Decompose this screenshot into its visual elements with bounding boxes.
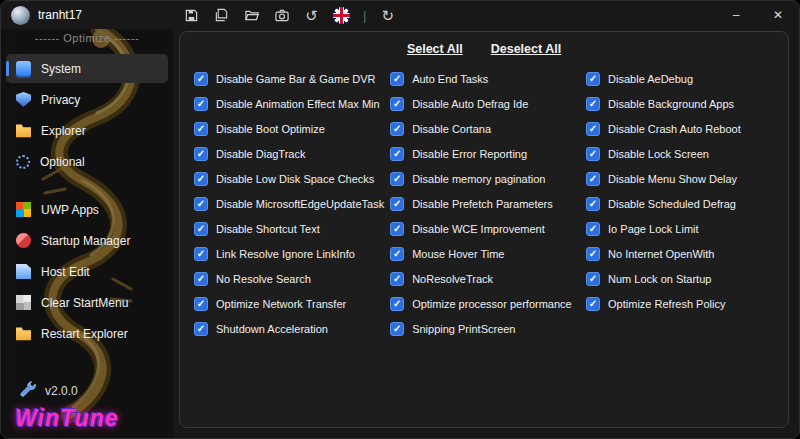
checkbox-checked[interactable]: ✓	[194, 197, 208, 211]
checkbox-row-disable-boot-optimize[interactable]: ✓ Disable Boot Optimize	[194, 121, 384, 136]
checkbox-checked[interactable]: ✓	[194, 322, 208, 336]
sidebar-item-host-edit[interactable]: Host Edit	[6, 257, 168, 286]
checkbox-checked[interactable]: ✓	[390, 97, 404, 111]
tweak-label: Io Page Lock Limit	[608, 223, 699, 235]
save-copy-icon[interactable]	[213, 7, 230, 24]
sidebar-item-restart-explorer[interactable]: Restart Explorer	[6, 319, 168, 348]
checkbox-row-disable-cortana[interactable]: ✓ Disable Cortana	[390, 121, 580, 136]
checkbox-row-no-internet-openwith[interactable]: ✓ No Internet OpenWith	[586, 246, 776, 261]
checkbox-checked[interactable]: ✓	[586, 72, 600, 86]
checkbox-row-mouse-hover-time[interactable]: ✓ Mouse Hover Time	[390, 246, 580, 261]
checkbox-row-disable-diagtrack[interactable]: ✓ Disable DiagTrack	[194, 146, 384, 161]
sidebar-item-clear-startmenu[interactable]: Clear StartMenu	[6, 288, 168, 317]
checkmark-icon: ✓	[589, 199, 597, 209]
checkbox-row-link-resolve-ignore-linkinfo[interactable]: ✓ Link Resolve Ignore LinkInfo	[194, 246, 384, 261]
checkbox-checked[interactable]: ✓	[390, 147, 404, 161]
checkbox-row-disable-auto-defrag-ide[interactable]: ✓ Disable Auto Defrag Ide	[390, 96, 580, 111]
checkbox-checked[interactable]: ✓	[194, 147, 208, 161]
checkbox-row-optimize-processor-performance[interactable]: ✓ Optimize processor performance	[390, 296, 580, 311]
checkbox-row-disable-animation-effect-max-min[interactable]: ✓ Disable Animation Effect Max Min	[194, 96, 384, 111]
checkbox-row-no-resolve-search[interactable]: ✓ No Resolve Search	[194, 271, 384, 286]
checkbox-checked[interactable]: ✓	[586, 97, 600, 111]
checkbox-row-num-lock-on-startup[interactable]: ✓ Num Lock on Startup	[586, 271, 776, 286]
checkbox-row-optimize-refresh-policy[interactable]: ✓ Optimize Refresh Policy	[586, 296, 776, 311]
checkbox-row-disable-memory-pagination[interactable]: ✓ Disable memory pagination	[390, 171, 580, 186]
checkbox-checked[interactable]: ✓	[390, 322, 404, 336]
tweaks-column-1: ✓ Disable Game Bar & Game DVR ✓ Disable …	[194, 71, 384, 336]
checkmark-icon: ✓	[393, 274, 401, 284]
minimize-button[interactable]: –	[715, 1, 757, 29]
tweak-label: Disable Low Disk Space Checks	[216, 173, 374, 185]
save-icon[interactable]	[183, 7, 200, 24]
checkbox-checked[interactable]: ✓	[586, 297, 600, 311]
checkbox-row-disable-scheduled-defrag[interactable]: ✓ Disable Scheduled Defrag	[586, 196, 776, 211]
tweak-label: Disable Lock Screen	[608, 148, 709, 160]
tweak-label: Disable memory pagination	[412, 173, 545, 185]
explorer-icon	[16, 123, 31, 138]
checkbox-row-disable-error-reporting[interactable]: ✓ Disable Error Reporting	[390, 146, 580, 161]
checkbox-checked[interactable]: ✓	[390, 72, 404, 86]
checkbox-row-disable-background-apps[interactable]: ✓ Disable Background Apps	[586, 96, 776, 111]
checkbox-checked[interactable]: ✓	[390, 122, 404, 136]
checkbox-row-disable-lock-screen[interactable]: ✓ Disable Lock Screen	[586, 146, 776, 161]
checkbox-row-disable-game-bar-game-dvr[interactable]: ✓ Disable Game Bar & Game DVR	[194, 71, 384, 86]
checkbox-checked[interactable]: ✓	[586, 172, 600, 186]
checkbox-row-disable-shortcut-text[interactable]: ✓ Disable Shortcut Text	[194, 221, 384, 236]
tweak-label: Shutdown Acceleration	[216, 323, 328, 335]
sidebar-item-privacy[interactable]: Privacy	[6, 85, 168, 114]
undo-icon[interactable]: ↺	[303, 7, 320, 24]
checkbox-checked[interactable]: ✓	[390, 247, 404, 261]
checkbox-row-disable-aedebug[interactable]: ✓ Disable AeDebug	[586, 71, 776, 86]
language-flag-icon[interactable]	[333, 7, 350, 24]
checkbox-checked[interactable]: ✓	[586, 222, 600, 236]
refresh-icon[interactable]: ↻	[379, 7, 396, 24]
checkbox-checked[interactable]: ✓	[194, 247, 208, 261]
checkbox-row-disable-microsoftedgeupdatetask[interactable]: ✓ Disable MicrosoftEdgeUpdateTask	[194, 196, 384, 211]
close-button[interactable]: ✕	[757, 1, 799, 29]
window-content: ------ Optimize ------ System Privacy	[1, 29, 799, 438]
checkbox-checked[interactable]: ✓	[390, 197, 404, 211]
select-all-link[interactable]: Select All	[407, 42, 463, 56]
checkbox-row-disable-prefetch-parameters[interactable]: ✓ Disable Prefetch Parameters	[390, 196, 580, 211]
checkbox-row-auto-end-tasks[interactable]: ✓ Auto End Tasks	[390, 71, 580, 86]
startup-manager-icon	[16, 233, 31, 248]
checkbox-checked[interactable]: ✓	[194, 97, 208, 111]
checkbox-checked[interactable]: ✓	[390, 272, 404, 286]
checkbox-row-io-page-lock-limit[interactable]: ✓ Io Page Lock Limit	[586, 221, 776, 236]
sidebar-item-system[interactable]: System	[6, 54, 168, 83]
tweak-label: Disable Menu Show Delay	[608, 173, 737, 185]
checkbox-checked[interactable]: ✓	[586, 247, 600, 261]
screenshot-icon[interactable]	[273, 7, 290, 24]
sidebar-item-uwp-apps[interactable]: UWP Apps	[6, 195, 168, 224]
checkbox-checked[interactable]: ✓	[390, 297, 404, 311]
deselect-all-link[interactable]: Deselect All	[491, 42, 561, 56]
checkbox-row-snipping-printscreen[interactable]: ✓ Snipping PrintScreen	[390, 321, 580, 336]
checkbox-checked[interactable]: ✓	[194, 222, 208, 236]
checkbox-row-disable-low-disk-space-checks[interactable]: ✓ Disable Low Disk Space Checks	[194, 171, 384, 186]
tweak-label: Disable Shortcut Text	[216, 223, 320, 235]
checkbox-row-disable-crash-auto-reboot[interactable]: ✓ Disable Crash Auto Reboot	[586, 121, 776, 136]
open-folder-icon[interactable]	[243, 7, 260, 24]
checkbox-checked[interactable]: ✓	[586, 197, 600, 211]
checkbox-checked[interactable]: ✓	[194, 172, 208, 186]
checkbox-checked[interactable]: ✓	[194, 122, 208, 136]
sidebar-item-startup-manager[interactable]: Startup Manager	[6, 226, 168, 255]
checkmark-icon: ✓	[197, 224, 205, 234]
checkbox-checked[interactable]: ✓	[586, 147, 600, 161]
sidebar-item-optional[interactable]: Optional	[6, 147, 168, 176]
checkbox-row-disable-wce-improvement[interactable]: ✓ Disable WCE Improvement	[390, 221, 580, 236]
checkbox-row-disable-menu-show-delay[interactable]: ✓ Disable Menu Show Delay	[586, 171, 776, 186]
checkbox-row-noresolvetrack[interactable]: ✓ NoResolveTrack	[390, 271, 580, 286]
checkbox-checked[interactable]: ✓	[390, 222, 404, 236]
checkbox-checked[interactable]: ✓	[194, 272, 208, 286]
checkbox-row-shutdown-acceleration[interactable]: ✓ Shutdown Acceleration	[194, 321, 384, 336]
checkbox-checked[interactable]: ✓	[194, 297, 208, 311]
checkbox-checked[interactable]: ✓	[586, 122, 600, 136]
checkbox-checked[interactable]: ✓	[194, 72, 208, 86]
checkbox-row-optimize-network-transfer[interactable]: ✓ Optimize Network Transfer	[194, 296, 384, 311]
checkbox-checked[interactable]: ✓	[390, 172, 404, 186]
checkbox-checked[interactable]: ✓	[586, 272, 600, 286]
app-window: tranht17 ↺ | ↻ – ✕	[0, 0, 800, 439]
sidebar-item-explorer[interactable]: Explorer	[6, 116, 168, 145]
checkmark-icon: ✓	[197, 199, 205, 209]
